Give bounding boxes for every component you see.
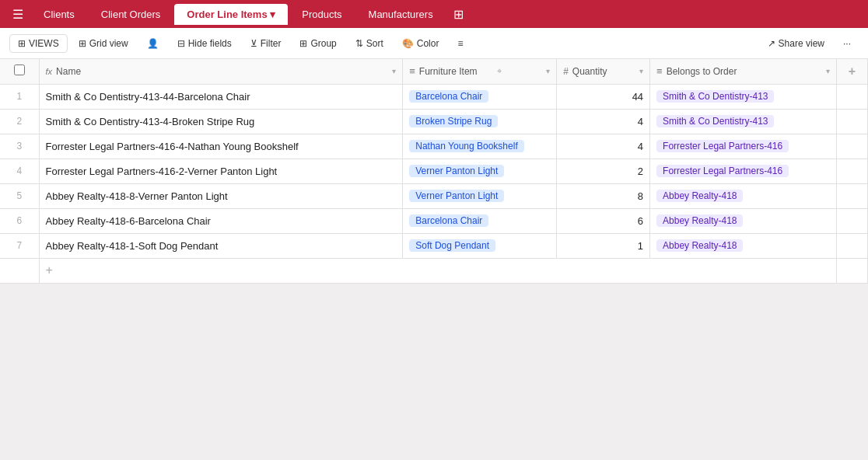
- add-col-icon[interactable]: +: [849, 64, 856, 78]
- add-column-header[interactable]: +: [837, 59, 868, 84]
- quantity-cell[interactable]: 2: [557, 159, 650, 183]
- views-button[interactable]: ⊞ VIEWS: [9, 34, 68, 53]
- select-all-checkbox[interactable]: [14, 64, 25, 75]
- add-row[interactable]: +: [0, 258, 868, 283]
- furniture-tag[interactable]: Barcelona Chair: [409, 90, 488, 103]
- furniture-tag[interactable]: Verner Panton Light: [409, 165, 504, 177]
- table-row[interactable]: 7 Abbey Realty-418-1-Soft Dog Pendant So…: [0, 233, 868, 258]
- order-tag[interactable]: Smith & Co Dentistry-413: [656, 115, 774, 127]
- density-button[interactable]: ≡: [450, 35, 471, 52]
- group-label: Group: [310, 38, 336, 49]
- furniture-column-header[interactable]: ≡ Furniture Item ⌖ ▾: [403, 59, 557, 84]
- belongs-col-dropdown-icon: ▾: [826, 67, 830, 75]
- row-number: 2: [16, 116, 22, 127]
- name-cell[interactable]: Abbey Realty-418-1-Soft Dog Pendant: [39, 233, 403, 258]
- belongs-cell[interactable]: Abbey Realty-418: [650, 208, 837, 233]
- checkbox-header[interactable]: [0, 59, 39, 84]
- name-cell[interactable]: Forrester Legal Partners-416-4-Nathan Yo…: [39, 134, 403, 159]
- group-button[interactable]: ⊞ Group: [292, 35, 344, 52]
- furniture-cell[interactable]: Verner Panton Light: [403, 159, 557, 183]
- nav-tab-clients[interactable]: Clients: [31, 4, 87, 25]
- quantity-cell[interactable]: 4: [557, 109, 650, 134]
- table-row[interactable]: 3 Forrester Legal Partners-416-4-Nathan …: [0, 134, 868, 159]
- quantity-cell[interactable]: 6: [557, 208, 650, 233]
- hamburger-icon[interactable]: ☰: [6, 4, 30, 25]
- row-number-cell: 1: [0, 84, 39, 109]
- furniture-cell[interactable]: Barcelona Chair: [403, 208, 557, 233]
- nav-tab-order-line-items[interactable]: Order Line Items ▾: [174, 4, 288, 25]
- belongs-column-header[interactable]: ≡ Belongs to Order ▾: [650, 59, 837, 84]
- table-row[interactable]: 4 Forrester Legal Partners-416-2-Verner …: [0, 159, 868, 183]
- row-number-cell: 4: [0, 159, 39, 183]
- table-row[interactable]: 2 Smith & Co Dentistry-413-4-Broken Stri…: [0, 109, 868, 134]
- belongs-cell[interactable]: Abbey Realty-418: [650, 183, 837, 208]
- color-button[interactable]: 🎨 Color: [394, 35, 447, 52]
- furniture-cell[interactable]: Nathan Young Bookshelf: [403, 134, 557, 159]
- person-icon-button[interactable]: 👤: [139, 35, 166, 52]
- share-view-button[interactable]: ↗ Share view: [760, 35, 832, 52]
- furniture-col-dropdown-icon: ▾: [546, 67, 550, 75]
- table-row[interactable]: 5 Abbey Realty-418-8-Verner Panton Light…: [0, 183, 868, 208]
- belongs-cell[interactable]: Smith & Co Dentistry-413: [650, 84, 837, 109]
- furniture-cell[interactable]: Verner Panton Light: [403, 183, 557, 208]
- group-icon: ⊞: [299, 38, 307, 49]
- order-tag[interactable]: Smith & Co Dentistry-413: [656, 90, 774, 103]
- name-cell[interactable]: Smith & Co Dentistry-413-44-Barcelona Ch…: [39, 84, 403, 109]
- quantity-cell[interactable]: 44: [557, 84, 650, 109]
- name-col-dropdown-icon: ▾: [392, 67, 396, 75]
- order-tag[interactable]: Forrester Legal Partners-416: [656, 165, 789, 177]
- name-cell[interactable]: Forrester Legal Partners-416-2-Verner Pa…: [39, 159, 403, 183]
- order-tag[interactable]: Forrester Legal Partners-416: [656, 140, 789, 152]
- more-button[interactable]: ···: [835, 35, 859, 52]
- order-tag[interactable]: Abbey Realty-418: [656, 190, 743, 202]
- quantity-col-label: Quantity: [572, 66, 607, 77]
- furniture-cell[interactable]: Soft Dog Pendant: [403, 233, 557, 258]
- furniture-cell[interactable]: Barcelona Chair: [403, 84, 557, 109]
- toolbar: ⊞ VIEWS ⊞ Grid view 👤 ⊟ Hide fields ⊻ Fi…: [0, 28, 868, 59]
- name-cell[interactable]: Smith & Co Dentistry-413-4-Broken Stripe…: [39, 109, 403, 134]
- furniture-tag[interactable]: Barcelona Chair: [409, 214, 488, 227]
- row-number-cell: 7: [0, 233, 39, 258]
- row-number-cell: 3: [0, 134, 39, 159]
- nav-tab-client-orders[interactable]: Client Orders: [89, 4, 173, 25]
- quantity-cell[interactable]: 1: [557, 233, 650, 258]
- order-tag[interactable]: Abbey Realty-418: [656, 239, 743, 252]
- grid-view-button[interactable]: ⊞ Grid view: [71, 35, 136, 52]
- quantity-column-header[interactable]: # Quantity ▾: [557, 59, 650, 84]
- order-tag[interactable]: Abbey Realty-418: [656, 214, 743, 227]
- quantity-cell[interactable]: 8: [557, 183, 650, 208]
- nav-tab-products[interactable]: Products: [289, 4, 354, 25]
- furniture-cell[interactable]: Broken Stripe Rug: [403, 109, 557, 134]
- row-expand-cell: [837, 84, 868, 109]
- nav-tab-manufacturers[interactable]: Manufacturers: [356, 4, 446, 25]
- furniture-tag[interactable]: Broken Stripe Rug: [409, 115, 498, 127]
- filter-button[interactable]: ⊻ Filter: [243, 35, 289, 52]
- add-row-icon[interactable]: +: [46, 263, 53, 277]
- add-tab-icon[interactable]: ⊞: [447, 4, 470, 25]
- furniture-tag[interactable]: Soft Dog Pendant: [409, 239, 495, 252]
- add-row-extra: [837, 258, 868, 283]
- row-expand-cell: [837, 109, 868, 134]
- belongs-cell[interactable]: Smith & Co Dentistry-413: [650, 109, 837, 134]
- sort-button[interactable]: ⇅ Sort: [348, 35, 391, 52]
- table-row[interactable]: 1 Smith & Co Dentistry-413-44-Barcelona …: [0, 84, 868, 109]
- name-column-header[interactable]: fx Name ▾: [39, 59, 403, 84]
- add-row-cell[interactable]: +: [39, 258, 837, 283]
- name-cell[interactable]: Abbey Realty-418-6-Barcelona Chair: [39, 208, 403, 233]
- row-expand-cell: [837, 233, 868, 258]
- belongs-cell[interactable]: Abbey Realty-418: [650, 233, 837, 258]
- row-expand-cell: [837, 208, 868, 233]
- belongs-cell[interactable]: Forrester Legal Partners-416: [650, 159, 837, 183]
- hide-fields-label: Hide fields: [188, 38, 232, 49]
- belongs-cell[interactable]: Forrester Legal Partners-416: [650, 134, 837, 159]
- hide-fields-button[interactable]: ⊟ Hide fields: [170, 35, 240, 52]
- furniture-tag[interactable]: Verner Panton Light: [409, 190, 504, 202]
- below-grid: [0, 284, 868, 455]
- person-icon: 👤: [147, 38, 159, 49]
- top-nav: ☰ Clients Client Orders Order Line Items…: [0, 0, 868, 28]
- quantity-cell[interactable]: 4: [557, 134, 650, 159]
- row-number-cell: 2: [0, 109, 39, 134]
- name-cell[interactable]: Abbey Realty-418-8-Verner Panton Light: [39, 183, 403, 208]
- furniture-tag[interactable]: Nathan Young Bookshelf: [409, 140, 523, 152]
- table-row[interactable]: 6 Abbey Realty-418-6-Barcelona Chair Bar…: [0, 208, 868, 233]
